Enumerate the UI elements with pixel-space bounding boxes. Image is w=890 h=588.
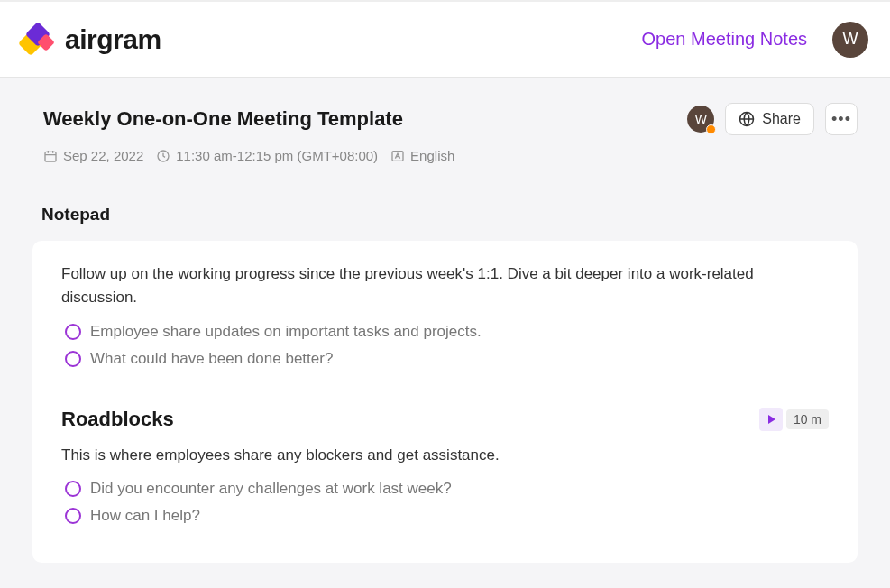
todo-text: Employee share updates on important task… xyxy=(90,323,482,341)
clock-icon xyxy=(156,149,170,163)
meta-language: English xyxy=(390,148,454,163)
dots-icon: ••• xyxy=(831,110,851,129)
owner-avatar[interactable]: W xyxy=(687,106,714,133)
list-item[interactable]: What could have been done better? xyxy=(65,350,829,368)
logo-icon xyxy=(22,23,56,56)
svg-rect-1 xyxy=(45,152,56,161)
circle-icon[interactable] xyxy=(65,324,81,340)
notepad-intro: Follow up on the working progress since … xyxy=(61,262,829,310)
list-item[interactable]: Did you encounter any challenges at work… xyxy=(65,480,829,498)
todo-text: How can I help? xyxy=(90,507,200,525)
app-header: airgram Open Meeting Notes W xyxy=(0,0,890,78)
title-actions: W Share ••• xyxy=(687,103,858,135)
roadblocks-heading: Roadblocks xyxy=(61,408,174,431)
open-meeting-notes-link[interactable]: Open Meeting Notes xyxy=(642,29,807,50)
meta-date-text: Sep 22, 2022 xyxy=(63,148,143,163)
language-icon xyxy=(390,149,405,163)
avatar[interactable]: W xyxy=(832,22,868,58)
header-right: Open Meeting Notes W xyxy=(642,22,868,58)
todo-text: What could have been done better? xyxy=(90,350,333,368)
play-icon xyxy=(768,415,775,424)
meta-time: 11:30 am-12:15 pm (GMT+08:00) xyxy=(156,148,378,163)
content-area: Weekly One-on-One Meeting Template W Sha… xyxy=(0,78,890,563)
logo[interactable]: airgram xyxy=(22,23,161,56)
meta-date: Sep 22, 2022 xyxy=(43,148,143,163)
logo-text: airgram xyxy=(65,24,161,55)
circle-icon[interactable] xyxy=(65,351,81,367)
calendar-icon xyxy=(43,149,58,163)
globe-icon xyxy=(739,111,755,127)
notepad-card: Follow up on the working progress since … xyxy=(32,241,858,563)
meta-row: Sep 22, 2022 11:30 am-12:15 pm (GMT+08:0… xyxy=(43,148,858,163)
list-item[interactable]: Employee share updates on important task… xyxy=(65,323,829,341)
meta-language-text: English xyxy=(410,148,454,163)
roadblocks-intro: This is where employees share any blocke… xyxy=(61,444,829,467)
circle-icon[interactable] xyxy=(65,508,81,524)
share-button[interactable]: Share xyxy=(725,103,814,135)
more-button[interactable]: ••• xyxy=(825,103,858,135)
play-button[interactable] xyxy=(759,408,783,431)
circle-icon[interactable] xyxy=(65,481,81,497)
subheading-row: Roadblocks 10 m xyxy=(61,408,829,431)
duration-badge: 10 m xyxy=(786,409,829,429)
page-title: Weekly One-on-One Meeting Template xyxy=(43,107,403,131)
meta-time-text: 11:30 am-12:15 pm (GMT+08:00) xyxy=(176,148,378,163)
share-label: Share xyxy=(762,111,801,127)
list-item[interactable]: How can I help? xyxy=(65,507,829,525)
notepad-title: Notepad xyxy=(41,205,858,225)
title-row: Weekly One-on-One Meeting Template W Sha… xyxy=(32,103,858,135)
todo-text: Did you encounter any challenges at work… xyxy=(90,480,452,498)
time-badge-group: 10 m xyxy=(759,408,829,431)
